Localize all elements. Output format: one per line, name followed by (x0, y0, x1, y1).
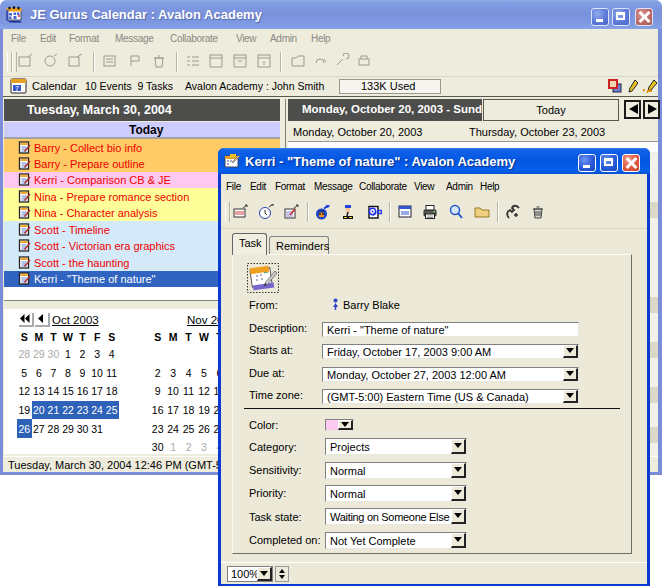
svg-text:7: 7 (15, 85, 19, 92)
